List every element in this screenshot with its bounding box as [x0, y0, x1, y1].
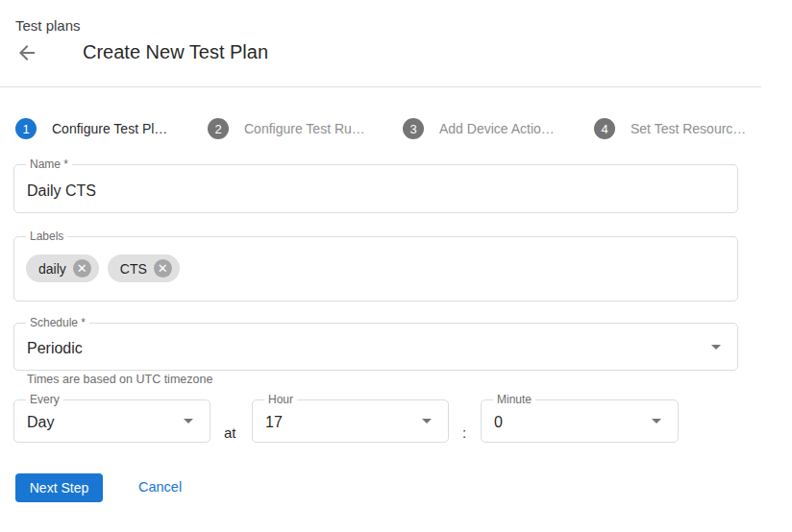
minute-field-label: Minute: [493, 393, 535, 407]
schedule-value: Periodic: [27, 340, 83, 357]
stepper-step-add-device-actions[interactable]: 3 Add Device Actio…: [403, 116, 555, 141]
minute-value: 0: [494, 414, 503, 431]
back-button[interactable]: [13, 39, 40, 66]
breadcrumb[interactable]: Test plans: [15, 17, 81, 34]
chip-list: daily ✕ CTS ✕: [26, 254, 180, 282]
caret-down-icon: [711, 345, 721, 350]
labels-field[interactable]: Labels daily ✕ CTS ✕: [13, 236, 738, 302]
caret-down-icon: [652, 419, 661, 423]
every-field-label: Every: [26, 393, 63, 407]
colon-text: :: [462, 424, 466, 441]
name-input[interactable]: Daily CTS: [27, 182, 96, 200]
step-label: Add Device Actio…: [439, 121, 555, 136]
cancel-icon[interactable]: ✕: [73, 259, 91, 278]
chip-cts[interactable]: CTS ✕: [108, 254, 180, 282]
step-number-badge: 2: [208, 118, 229, 139]
header-divider: [0, 86, 761, 87]
schedule-field-label: Schedule *: [26, 316, 89, 330]
name-field[interactable]: Name * Daily CTS: [13, 164, 738, 213]
caret-down-icon: [184, 419, 193, 423]
at-text: at: [224, 424, 236, 441]
chip-label: daily: [38, 261, 66, 277]
step-label: Set Test Resourc…: [631, 121, 746, 136]
arrow-back-icon: [15, 41, 38, 64]
cancel-button[interactable]: Cancel: [138, 479, 182, 495]
schedule-select[interactable]: Schedule * Periodic: [13, 323, 738, 371]
step-number-badge: 3: [403, 118, 424, 139]
stepper-step-configure-test-plan[interactable]: 1 Configure Test Pl…: [15, 116, 167, 141]
step-number-badge: 4: [594, 118, 615, 139]
hour-select[interactable]: Hour 17: [252, 399, 449, 443]
stepper-step-configure-test-run[interactable]: 2 Configure Test Ru…: [208, 116, 365, 141]
page-title: Create New Test Plan: [83, 41, 268, 63]
every-select[interactable]: Every Day: [13, 399, 210, 443]
every-value: Day: [27, 414, 54, 431]
hour-value: 17: [265, 414, 283, 431]
next-step-button[interactable]: Next Step: [15, 473, 103, 502]
stepper-step-set-test-resources[interactable]: 4 Set Test Resourc…: [594, 116, 746, 141]
step-number-badge: 1: [15, 118, 37, 139]
labels-field-label: Labels: [26, 230, 67, 244]
step-label: Configure Test Ru…: [244, 121, 365, 136]
caret-down-icon: [422, 419, 432, 423]
step-label: Configure Test Pl…: [52, 121, 167, 136]
chip-daily[interactable]: daily ✕: [26, 254, 99, 282]
minute-select[interactable]: Minute 0: [481, 399, 679, 443]
name-field-label: Name *: [26, 157, 72, 172]
schedule-helper-text: Times are based on UTC timezone: [27, 373, 212, 386]
stepper: 1 Configure Test Pl… 2 Configure Test Ru…: [0, 116, 792, 141]
hour-field-label: Hour: [264, 393, 297, 407]
chip-label: CTS: [120, 261, 147, 277]
cancel-icon[interactable]: ✕: [154, 259, 172, 278]
